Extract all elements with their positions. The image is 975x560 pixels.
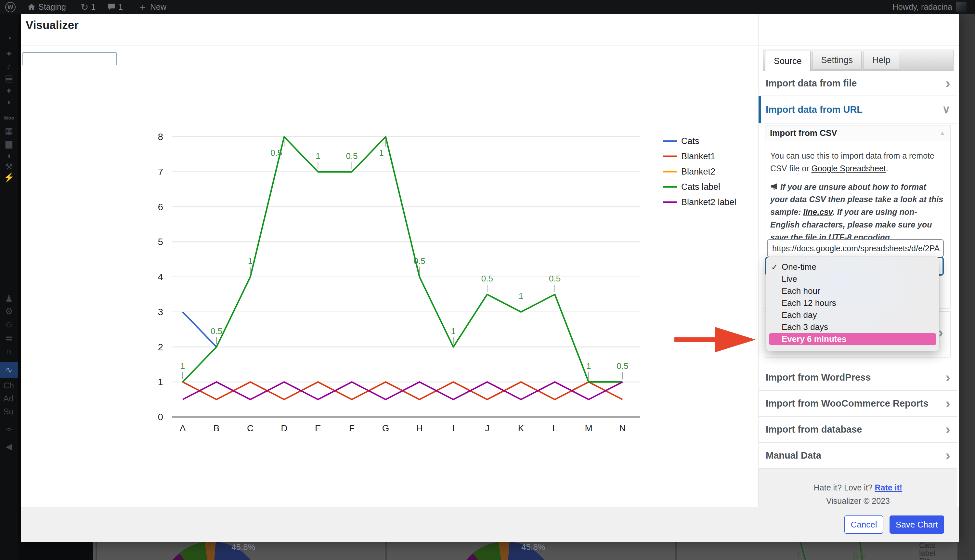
svg-text:E: E <box>315 423 321 433</box>
modal-footer: Cancel Save Chart <box>21 507 959 542</box>
csv-section-header[interactable]: Import from CSV ▲ <box>765 125 950 141</box>
sidebar-item-submenu-charts[interactable]: Ch <box>0 381 21 390</box>
accordion-manual-data[interactable]: Manual Data › <box>758 443 957 469</box>
svg-text:C: C <box>247 423 253 433</box>
account-menu[interactable]: Howdy, radacina <box>892 0 952 14</box>
chevron-right-icon: › <box>945 450 950 461</box>
rate-it-link[interactable]: Rate it! <box>875 483 902 492</box>
update-count: 1 <box>91 2 95 12</box>
sidebar-item-marketing-icon[interactable]: ◖ <box>0 152 18 160</box>
tab-settings[interactable]: Settings <box>812 51 862 70</box>
accordion-import-from-file[interactable]: Import data from file › <box>758 71 957 96</box>
sidebar-item-submenu-add[interactable]: Ad <box>0 394 21 403</box>
sidebar-item-site-tools-icon[interactable]: ⚙ <box>0 307 18 316</box>
svg-text:L: L <box>552 423 557 433</box>
sidebar-item-dashboard-icon[interactable]: ◔ <box>0 34 18 43</box>
sidebar-item-submenu-support[interactable]: Su <box>0 407 21 416</box>
svg-text:0.5: 0.5 <box>853 550 865 560</box>
wordpress-logo-icon: W <box>5 2 16 12</box>
cancel-button[interactable]: Cancel <box>844 515 883 534</box>
sidebar-item-performance-icon[interactable]: ∩ <box>0 347 18 356</box>
tab-source[interactable]: Source <box>765 51 810 72</box>
sidebar-item-collapse-menu-icon[interactable]: ◀ <box>0 442 18 451</box>
sidebar-item-tools-icon[interactable]: ⚒ <box>0 163 18 171</box>
megaphone-icon <box>770 183 778 190</box>
svg-text:J: J <box>485 423 490 433</box>
svg-text:0.5: 0.5 <box>549 274 561 283</box>
card-separator <box>385 542 387 560</box>
svg-text:0.5: 0.5 <box>617 361 628 371</box>
sidebar-item-settings-sliders-icon[interactable]: ≣ <box>0 334 18 343</box>
sidebar-item-plugins-icon[interactable]: ⚡ <box>0 173 18 182</box>
svg-text:1: 1 <box>379 148 383 158</box>
option-one-time[interactable]: ✓ One-time <box>766 261 939 273</box>
svg-text:1: 1 <box>158 377 163 387</box>
option-each-12-hours[interactable]: Each 12 hours <box>766 297 939 309</box>
sidebar-item-code-plugin-icon[interactable]: <> <box>0 427 18 432</box>
modal-title: Visualizer <box>26 18 78 32</box>
sidebar-item-comments-icon[interactable]: ◗ <box>0 98 18 107</box>
csv-format-note: If you are unsure about how to format yo… <box>770 181 945 244</box>
svg-text:1: 1 <box>586 361 591 371</box>
csv-section-body: You can use this to import data from a r… <box>765 141 950 243</box>
svg-text:Blanket2: Blanket2 <box>681 167 715 177</box>
sidebar-item-pages-icon[interactable]: ▤ <box>0 74 18 83</box>
save-chart-button[interactable]: Save Chart <box>890 515 944 534</box>
google-spreadsheet-link[interactable]: Google Spreadsheet <box>811 164 886 173</box>
sidebar-item-courses-icon[interactable]: ♦ <box>0 86 18 95</box>
svg-text:G: G <box>382 423 389 433</box>
sidebar-item-seo-plugin-icon[interactable]: ☺ <box>0 320 18 329</box>
panel-tabs: Source Settings Help <box>763 49 953 71</box>
option-each-3-days[interactable]: Each 3 days <box>766 321 939 333</box>
sidebar-item-users-icon[interactable]: ♟ <box>0 295 18 303</box>
dimmed-page-edge <box>957 14 975 560</box>
sidebar-item-visualizer[interactable]: ∿ <box>0 362 18 378</box>
svg-text:A: A <box>180 423 186 433</box>
schedule-dropdown-menu: ✓ One-time Live Each hour Each 12 hours … <box>766 257 939 351</box>
sidebar-item-posts-icon[interactable]: ✦ <box>0 50 18 58</box>
remote-csv-url-input[interactable]: https://docs.google.com/spreadsheets/d/e… <box>767 239 944 257</box>
collapse-arrow-icon: ▲ <box>940 130 945 137</box>
accordion-import-from-wordpress[interactable]: Import from WordPress › <box>758 365 957 391</box>
sidebar-item-woocommerce-icon[interactable]: Woo <box>0 115 18 120</box>
home-icon <box>27 3 36 12</box>
svg-text:F: F <box>349 423 355 433</box>
sidebar-item-media-icon[interactable]: ♪ <box>0 62 18 71</box>
site-name-menu[interactable]: Staging <box>27 0 66 14</box>
svg-text:0.5: 0.5 <box>346 151 358 161</box>
svg-text:0: 0 <box>158 412 163 422</box>
comments-menu[interactable]: 1 <box>107 0 123 14</box>
option-every-6-minutes[interactable]: Every 6 minutes <box>769 333 936 345</box>
accordion-import-from-database[interactable]: Import from database › <box>758 417 957 443</box>
pie-percentage-label: 45.8% <box>521 542 545 552</box>
svg-text:0.5: 0.5 <box>270 148 282 158</box>
option-live[interactable]: Live <box>766 273 939 285</box>
accordion-import-from-woocommerce[interactable]: Import from WooCommerce Reports › <box>758 391 957 417</box>
option-each-hour[interactable]: Each hour <box>766 285 939 297</box>
svg-text:label: label <box>919 548 936 557</box>
site-name: Staging <box>38 2 66 12</box>
avatar <box>956 2 967 12</box>
option-each-day[interactable]: Each day <box>766 309 939 321</box>
svg-text:Bla: Bla <box>919 557 930 560</box>
sidebar-item-analytics-icon[interactable]: ▆ <box>0 139 18 148</box>
svg-text:Blanket1: Blanket1 <box>681 152 715 161</box>
active-accordion-bar <box>758 96 761 123</box>
new-content-menu[interactable]: ＋ New <box>138 0 167 14</box>
svg-text:1: 1 <box>796 550 801 560</box>
wp-logo-menu[interactable]: W <box>5 0 16 14</box>
account-menu[interactable] <box>956 0 967 14</box>
svg-text:B: B <box>213 423 220 433</box>
tab-help[interactable]: Help <box>863 51 899 70</box>
rate-line: Hate it? Love it? Rate it! <box>758 483 957 492</box>
line-csv-link[interactable]: line.csv <box>803 207 832 217</box>
sidebar-item-products-icon[interactable]: ▦ <box>0 127 18 135</box>
accordion-import-from-url[interactable]: Import data from URL ∨ <box>758 96 957 123</box>
screen: 45.8% 45.8% 10.5CatslabelBla W Staging ↻… <box>0 0 975 560</box>
copyright: Visualizer © 2023 <box>758 496 957 506</box>
wp-admin-bar: W Staging ↻ 1 1 ＋ New Howdy, radacina <box>0 0 975 14</box>
chart-name-input[interactable] <box>22 52 117 65</box>
updates-menu[interactable]: ↻ 1 <box>81 0 95 14</box>
chevron-right-icon: › <box>945 397 950 409</box>
svg-text:Blanket2 label: Blanket2 label <box>681 197 737 207</box>
